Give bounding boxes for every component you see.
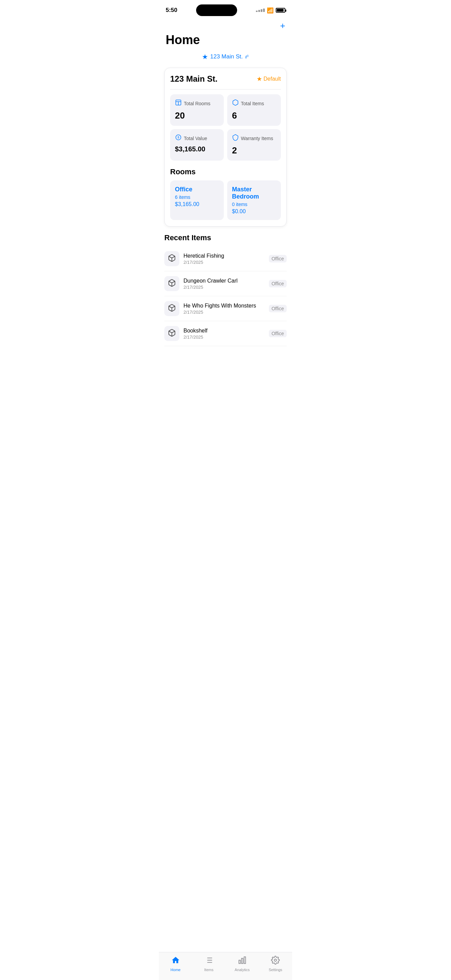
item-info-3: Bookshelf 2/17/2025 [183, 328, 269, 340]
battery-icon [276, 8, 285, 13]
warranty-items-label: Warranty Items [241, 136, 273, 141]
item-name-2: He Who Fights With Monsters [183, 303, 269, 309]
total-rooms-value: 20 [175, 110, 219, 121]
room-value-master-bedroom: $0.00 [232, 208, 276, 215]
card-divider [170, 89, 281, 89]
item-icon-wrap-3 [164, 326, 179, 341]
card-header: 123 Main St. ★ Default [170, 74, 281, 84]
item-room-badge-2: Office [269, 305, 287, 312]
stat-total-rooms[interactable]: Total Rooms 20 [170, 94, 224, 126]
room-card-office[interactable]: Office 6 items $3,165.00 [170, 180, 224, 220]
room-name-master-bedroom: Master Bedroom [232, 186, 276, 200]
total-value-value: $3,165.00 [175, 145, 219, 153]
default-star-icon: ★ [257, 75, 262, 83]
dynamic-island [196, 5, 237, 16]
property-card: 123 Main St. ★ Default [164, 68, 287, 226]
recent-item-2[interactable]: He Who Fights With Monsters 2/17/2025 Of… [164, 296, 287, 321]
recent-items-title: Recent Items [164, 233, 287, 242]
recent-item-0[interactable]: Heretical Fishing 2/17/2025 Office [164, 247, 287, 271]
default-badge: ★ Default [257, 75, 281, 83]
item-room-badge-0: Office [269, 255, 287, 262]
room-items-master-bedroom: 0 items [232, 202, 276, 207]
address-star-icon: ★ [202, 52, 208, 61]
stat-warranty-items[interactable]: Warranty Items 2 [227, 129, 281, 161]
recent-item-1[interactable]: Dungeon Crawler Carl 2/17/2025 Office [164, 271, 287, 296]
total-rooms-label: Total Rooms [184, 101, 210, 106]
item-box-icon-0 [168, 254, 176, 264]
item-box-icon-2 [168, 304, 176, 314]
stats-grid-2: $ Total Value $3,165.00 Warranty Items [170, 129, 281, 161]
total-items-value: 6 [232, 110, 276, 121]
recent-items-section: Recent Items Heretical Fishing 2/17/2025… [164, 233, 287, 346]
room-card-master-bedroom[interactable]: Master Bedroom 0 items $0.00 [227, 180, 281, 220]
item-box-icon-3 [168, 329, 176, 339]
address-chevron-icon: ⮳ [245, 54, 249, 59]
address-text: 123 Main St. [210, 53, 243, 60]
item-date-1: 2/17/2025 [183, 285, 269, 290]
item-box-icon-1 [168, 279, 176, 289]
value-icon: $ [175, 134, 182, 143]
room-items-office: 6 items [175, 194, 219, 200]
default-label: Default [264, 76, 281, 82]
room-value-office: $3,165.00 [175, 201, 219, 207]
item-info-1: Dungeon Crawler Carl 2/17/2025 [183, 278, 269, 290]
items-icon [232, 99, 239, 108]
total-value-label: Total Value [184, 136, 207, 141]
address-selector[interactable]: ★ 123 Main St. ⮳ [159, 51, 292, 68]
item-icon-wrap-0 [164, 251, 179, 266]
item-name-3: Bookshelf [183, 328, 269, 334]
warranty-icon [232, 134, 239, 143]
item-room-badge-3: Office [269, 330, 287, 337]
item-name-1: Dungeon Crawler Carl [183, 278, 269, 284]
property-name: 123 Main St. [170, 74, 218, 84]
rooms-section-title: Rooms [170, 167, 281, 176]
stat-total-value[interactable]: $ Total Value $3,165.00 [170, 129, 224, 161]
warranty-items-value: 2 [232, 145, 276, 156]
stats-grid: Total Rooms 20 Total Items 6 [170, 94, 281, 126]
wifi-icon: 📶 [267, 7, 274, 14]
svg-text:$: $ [177, 136, 179, 139]
status-icons: 📶 [256, 7, 285, 14]
item-date-2: 2/17/2025 [183, 310, 269, 315]
status-bar: 5:50 📶 [159, 0, 292, 19]
item-icon-wrap-1 [164, 276, 179, 291]
total-items-label: Total Items [241, 101, 264, 106]
signal-icon [256, 8, 265, 12]
rooms-icon [175, 99, 182, 108]
stat-total-items[interactable]: Total Items 6 [227, 94, 281, 126]
item-date-0: 2/17/2025 [183, 260, 269, 265]
item-icon-wrap-2 [164, 301, 179, 316]
item-room-badge-1: Office [269, 280, 287, 287]
item-name-0: Heretical Fishing [183, 253, 269, 259]
rooms-grid: Office 6 items $3,165.00 Master Bedroom … [170, 180, 281, 220]
add-button[interactable]: + [280, 21, 285, 30]
toolbar: + [159, 19, 292, 32]
room-name-office: Office [175, 186, 219, 193]
recent-item-3[interactable]: Bookshelf 2/17/2025 Office [164, 321, 287, 346]
item-info-0: Heretical Fishing 2/17/2025 [183, 253, 269, 265]
page-title: Home [159, 32, 292, 51]
item-info-2: He Who Fights With Monsters 2/17/2025 [183, 303, 269, 315]
status-time: 5:50 [166, 7, 177, 14]
item-date-3: 2/17/2025 [183, 334, 269, 340]
